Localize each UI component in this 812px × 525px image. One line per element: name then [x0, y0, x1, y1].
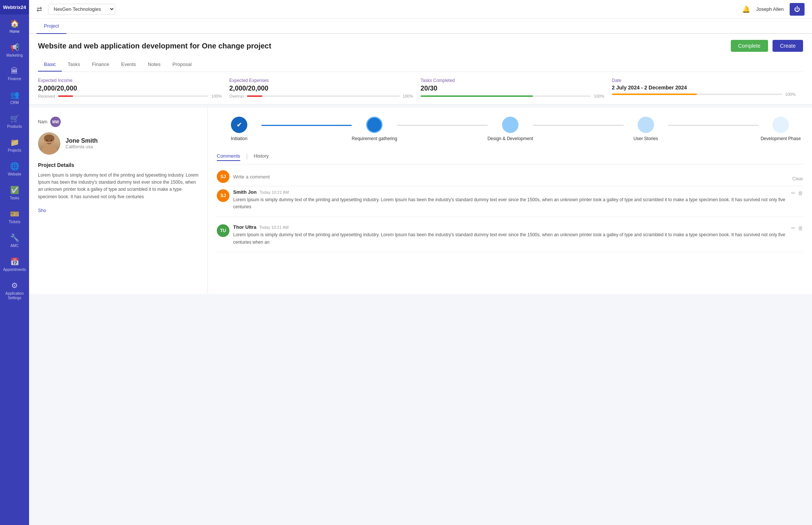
comment-time-2: Today 10:21 AM [259, 225, 289, 230]
sub-tab-tasks[interactable]: Tasks [62, 58, 86, 72]
sidebar-item-products[interactable]: 🛒 Products [0, 110, 29, 133]
clear-link[interactable]: Clear [792, 176, 803, 183]
date-bar-fill [612, 94, 697, 95]
commenter-avatar-tu: TU [217, 224, 229, 237]
sub-tabs: Basic Tasks Finance Events Notes Proposa… [38, 58, 803, 72]
delete-comment-2[interactable]: 🗑 [798, 225, 803, 231]
pipeline-connector-2 [397, 125, 487, 126]
expenses-sublabel: Overrun [229, 94, 244, 98]
profile-info: Jone Smith California usa [66, 137, 98, 149]
products-icon: 🛒 [10, 114, 19, 123]
sidebar-item-crm[interactable]: 👥 CRM [0, 86, 29, 110]
tab-comments[interactable]: Comments [217, 153, 240, 161]
pipeline-circle-dev-phase [773, 117, 789, 133]
stat-expenses: Expected Expenses 2,000/20,000 Overrun 1… [229, 78, 421, 98]
sidebar-item-appointments[interactable]: 📅 Appointments [0, 253, 29, 276]
name-row: Nam MW [38, 117, 199, 127]
pipeline-label-requirement: Requirement gathering [352, 136, 397, 141]
profile-name: Jone Smith [66, 137, 98, 144]
pipeline-circle-user-stories [638, 117, 654, 133]
show-more-link[interactable]: Sho [38, 208, 199, 213]
comment-author-2: Thor Ultra [233, 224, 256, 230]
pipeline-label-dev-phase: Development Phase [761, 136, 801, 141]
sidebar-label-products: Products [7, 124, 22, 129]
tasks-label: Tasks Completed [421, 78, 605, 83]
app-settings-icon: ⚙ [11, 281, 18, 290]
income-pct: 100% [211, 94, 222, 98]
date-bar-row: 100% [612, 92, 796, 97]
date-value: 2 July 2024 - 2 December 2024 [612, 85, 796, 91]
sub-tab-events[interactable]: Events [115, 58, 142, 72]
edit-comment-1[interactable]: ✏ [791, 190, 796, 196]
project-title-row: Website and web application development … [38, 40, 803, 52]
svg-point-1 [44, 135, 54, 142]
sidebar-label-app-settings: Application Settings [0, 291, 29, 300]
appointments-icon: 📅 [10, 257, 19, 266]
create-button[interactable]: Create [773, 40, 803, 52]
svg-point-3 [46, 140, 48, 141]
sidebar-item-marketing[interactable]: 📢 Marketing [0, 38, 29, 62]
sidebar-item-finance[interactable]: 🏛 Finance [0, 62, 29, 86]
sidebar-label-amc: AMC [10, 244, 19, 248]
sidebar-item-tickets[interactable]: 🎫 Tickets [0, 205, 29, 229]
pipeline-label-initiation: Initiation [231, 136, 248, 141]
comment-input-row: SJ Clear [217, 170, 803, 186]
sub-tab-basic[interactable]: Basic [38, 58, 62, 72]
page-content: Project Website and web application deve… [29, 19, 812, 525]
right-panel: ✔ Initiation Requirement gathering Desig… [208, 108, 812, 294]
pipeline-stage-design: Design & Development [488, 117, 533, 141]
tab-history[interactable]: History [254, 153, 269, 161]
sidebar-item-tasks[interactable]: ✅ Tasks [0, 181, 29, 205]
sub-tab-finance[interactable]: Finance [86, 58, 115, 72]
logo-text: Webtrix24 [3, 4, 26, 10]
stat-income: Expected Income 2,000/20,000 Received 10… [38, 78, 229, 98]
comment-body-2: Thor Ultra Today 10:21 AM Lorem Ipsum is… [233, 224, 787, 246]
sidebar: Webtrix24 🏠 Home 📢 Marketing 🏛 Finance 👥… [0, 0, 29, 525]
tasks-value: 20/30 [421, 85, 605, 92]
sidebar-item-home[interactable]: 🏠 Home [0, 15, 29, 38]
date-pct: 100% [785, 92, 796, 97]
pipeline-connector-1 [261, 125, 352, 126]
expenses-bar-track [247, 95, 400, 97]
pipeline-stage-user-stories: User Stories [624, 117, 668, 141]
tab-project[interactable]: Project [37, 19, 66, 34]
company-selector[interactable]: NexGen Technologies [48, 4, 115, 15]
avatar-svg [38, 132, 60, 155]
commenter-avatar-sj: SJ [217, 189, 229, 202]
expenses-value: 2,000/20,000 [229, 85, 413, 92]
sub-tab-notes[interactable]: Notes [142, 58, 166, 72]
income-value: 2,000/20,000 [38, 85, 222, 92]
power-button[interactable]: ⏻ [790, 3, 805, 16]
complete-button[interactable]: Complete [731, 40, 768, 52]
date-label: Date [612, 78, 796, 83]
comment-actions-2: ✏ 🗑 [791, 225, 803, 246]
income-bar-fill [58, 95, 73, 97]
finance-icon: 🏛 [11, 67, 18, 75]
tasks-pct: 100% [594, 94, 604, 98]
crm-icon: 👥 [10, 90, 19, 99]
sidebar-item-projects[interactable]: 📁 Projects [0, 133, 29, 157]
income-label: Expected Income [38, 78, 222, 83]
comments-divider: | [246, 153, 248, 161]
sidebar-item-website[interactable]: 🌐 Website [0, 157, 29, 181]
sidebar-label-crm: CRM [10, 101, 19, 105]
notification-bell[interactable]: 🔔 [742, 5, 750, 13]
name-label: Nam [38, 119, 47, 124]
expenses-pct: 100% [403, 94, 413, 98]
avatar-mw: MW [50, 117, 61, 127]
transfer-icon[interactable]: ⇄ [37, 5, 42, 13]
expenses-bar-row: Overrun 100% [229, 94, 413, 98]
income-bar-track [58, 95, 209, 97]
sidebar-item-app-settings[interactable]: ⚙ Application Settings [0, 276, 29, 305]
comment-input[interactable] [233, 174, 789, 180]
sub-tab-proposal[interactable]: Proposal [166, 58, 197, 72]
pipeline-circle-requirement [366, 117, 383, 133]
profile-avatar [38, 132, 60, 155]
sidebar-item-amc[interactable]: 🔧 AMC [0, 229, 29, 253]
delete-comment-1[interactable]: 🗑 [798, 190, 803, 196]
income-sublabel: Received [38, 94, 55, 98]
pipeline-circle-initiation: ✔ [231, 117, 247, 133]
tasks-bar-row: 100% [421, 94, 605, 98]
edit-comment-2[interactable]: ✏ [791, 225, 796, 231]
sidebar-label-tickets: Tickets [9, 220, 20, 224]
